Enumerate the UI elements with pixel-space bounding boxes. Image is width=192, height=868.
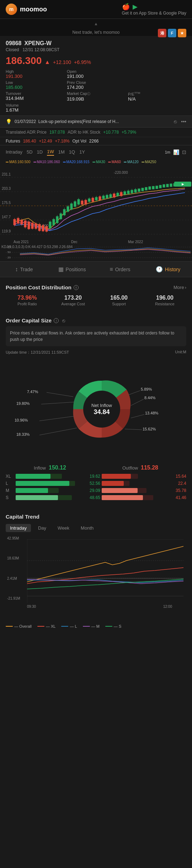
profit-ratio-label: Profit Ratio (17, 302, 37, 306)
prev-close-value: 174.200 (67, 85, 125, 90)
outflow-total: Outflow 115.28 (122, 465, 158, 471)
history-icon: 🕐 (156, 266, 163, 273)
volume-group: Volume 1.67M (6, 103, 64, 113)
ma5-dot (6, 162, 9, 162)
store-links[interactable]: 🍎 ▶ (122, 3, 186, 11)
open-value: 191.000 (67, 74, 125, 79)
trend-tab-month[interactable]: Month (76, 524, 98, 532)
price-change: +12.100 (53, 59, 71, 65)
svg-text:175.5: 175.5 (2, 201, 11, 205)
interval-1m[interactable]: 1m (165, 150, 170, 154)
legend-l-line (61, 626, 68, 627)
futures-opt-vol: 2266 (89, 139, 99, 144)
nav-history-label: History (165, 267, 181, 272)
xl-in-val: 19.62 (83, 474, 100, 479)
ma120-label: MA120 (127, 160, 139, 164)
badge-hk: 港 (158, 29, 166, 37)
ma5-label: MA5:160.500 (9, 160, 31, 164)
legend-overall: — Overall (6, 624, 32, 628)
tab-1d[interactable]: 1D (37, 149, 43, 155)
announcement-bar[interactable]: 💡 01/07/2022 Lock-up period expires(Firs… (0, 116, 192, 127)
ma20-label: MA20:168.915 (66, 160, 90, 164)
trend-tabs: Intraday Day Week Month (6, 524, 186, 532)
svg-text:Net Inflow: Net Inflow (91, 403, 112, 408)
y-label-2: 18.63M (7, 556, 20, 560)
ocs-update-time: Update time：12/31/2021 11:59CST Unit:M (6, 350, 186, 355)
legend-s: — S (105, 624, 121, 628)
share-icon[interactable]: ⎋ (174, 119, 177, 124)
pcd-info-icon[interactable]: i (74, 285, 79, 290)
svg-rect-89 (163, 184, 165, 187)
ma120-dot (124, 162, 127, 162)
svg-text:-220.000: -220.000 (114, 171, 128, 175)
trend-tab-day[interactable]: Day (34, 524, 50, 532)
nav-history[interactable]: 🕐 History (144, 262, 192, 277)
nav-orders[interactable]: ≡ Orders (96, 262, 144, 277)
trend-tab-intraday[interactable]: Intraday (6, 524, 31, 532)
m-in-val: 29.09 (83, 488, 100, 493)
tab-1w[interactable]: 1W (47, 148, 54, 156)
tab-intraday[interactable]: Intraday (6, 149, 22, 155)
nav-trade[interactable]: ↕ Trade (0, 262, 48, 277)
price-arrow: ▲ (44, 59, 50, 65)
flow-table: XL 19.62 15.64 L 52.56 22.4 M (6, 474, 186, 500)
s-in-bar (16, 495, 72, 500)
tab-1m[interactable]: 1M (58, 149, 65, 155)
avg-cost-label: Average Cost (61, 302, 85, 306)
svg-line-116 (125, 429, 142, 430)
avg-cost-value: 173.20 (64, 295, 82, 301)
ma30-label: MA30 (96, 160, 105, 164)
trend-tab-week[interactable]: Week (53, 524, 74, 532)
adr-change: +10.778 (103, 130, 119, 135)
volume-value: 1.67M (6, 107, 64, 113)
svg-rect-82 (138, 189, 140, 192)
ocs-export-icon[interactable]: ⎋ (62, 318, 65, 323)
tab-5d[interactable]: 5D (27, 149, 33, 155)
x-label-start: 09:30 (27, 605, 36, 609)
x-label-end: 12:00 (163, 605, 172, 609)
svg-rect-85 (149, 187, 151, 189)
inflow-total: Inflow 150.12 (34, 465, 66, 471)
ma60-label: MA60 (112, 160, 121, 164)
stock-badges: 港 F ★ (158, 29, 186, 37)
svg-line-114 (131, 414, 144, 418)
svg-line-110 (128, 391, 140, 395)
more-icon[interactable]: ••• (181, 119, 186, 124)
s-out-bar (102, 495, 153, 500)
legend-s-line (105, 626, 112, 627)
chart-fullscreen-icon[interactable]: ⊡ (182, 149, 186, 155)
inflow-value: 150.12 (49, 465, 66, 471)
tab-1y[interactable]: 1Y (79, 149, 85, 155)
ocs-info-icon[interactable]: i (54, 318, 59, 323)
chart-settings-icon[interactable]: 📊 (173, 149, 179, 155)
nav-positions[interactable]: ▦ Positions (48, 262, 96, 277)
tab-1q[interactable]: 1Q (69, 149, 75, 155)
legend-xl: — XL (37, 624, 56, 628)
ma10-label: MA10:186.060 (37, 160, 60, 164)
pcd-more[interactable]: More › (174, 285, 186, 290)
svg-line-120 (39, 416, 74, 421)
resistance-label: Resistance (155, 302, 174, 306)
order-capital-section: Order Capital Size i ⎋ Price rises & cap… (0, 313, 192, 507)
futures-price: 186.40 (23, 139, 36, 144)
xl-out-bar (102, 474, 138, 479)
ocs-description: Price rises & capital flows in. Ask orde… (6, 326, 186, 346)
donut-container: Net Inflow 34.84 7.47% 5.89% 8.44% 13.48… (6, 359, 186, 459)
pull-indicator: ▲ (0, 19, 192, 28)
stock-code: 09868 (6, 40, 22, 47)
avg-cost-item: 173.20 Average Cost (52, 295, 95, 306)
store-text: Get it on App Store & Google Play (122, 11, 186, 16)
svg-rect-91 (170, 184, 172, 187)
svg-text:15.62%: 15.62% (143, 427, 156, 431)
legend-overall-line (6, 626, 13, 627)
badge-f: F (168, 29, 176, 37)
low-group: Low 185.600 (6, 80, 64, 90)
svg-rect-83 (142, 188, 144, 191)
adr-row: Translated ADR Price 197.078 ADR to HK S… (0, 127, 192, 137)
candlestick-svg: 231.1 203.3 175.5 147.7 119.9 -220.000 1… (0, 167, 192, 243)
pcd-grid: 73.96% Profit Ratio 173.20 Average Cost … (6, 295, 186, 306)
ocs-title: Order Capital Size (6, 317, 52, 323)
legend-m: — M (83, 624, 100, 628)
futures-row: Futures 186.40 +12.49 +7.18% Opt Vol 226… (0, 137, 192, 145)
position-cost-section: Position Cost Distribution i More › 73.9… (0, 280, 192, 310)
